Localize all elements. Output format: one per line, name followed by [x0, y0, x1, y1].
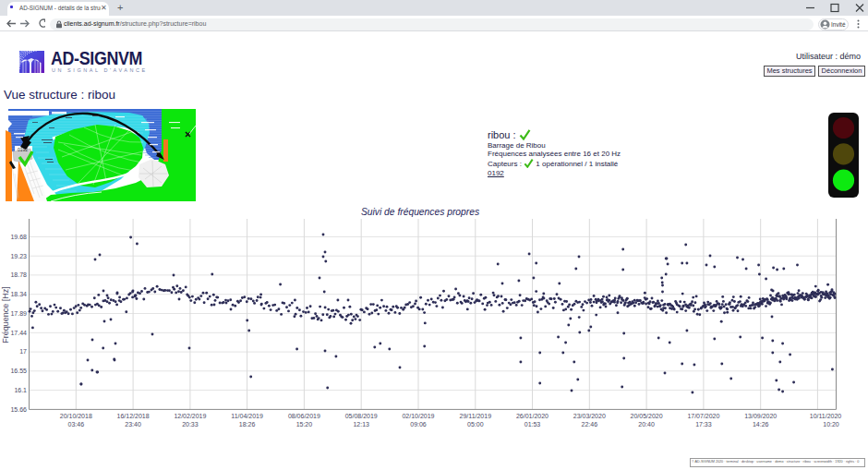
svg-text:18:26: 18:26	[239, 421, 256, 428]
svg-text:14:26: 14:26	[753, 421, 769, 428]
svg-text:20:40: 20:40	[638, 421, 655, 428]
svg-text:05/08/2019: 05/08/2019	[345, 413, 378, 419]
svg-text:17: 17	[19, 348, 27, 355]
svg-text:10:20: 10:20	[823, 421, 839, 428]
svg-text:01:53: 01:53	[524, 421, 541, 428]
svg-text:17:33: 17:33	[695, 421, 712, 428]
svg-text:20/10/2018: 20/10/2018	[60, 413, 92, 419]
svg-text:19.68: 19.68	[10, 234, 27, 240]
svg-text:13/09/2020: 13/09/2020	[744, 413, 777, 419]
svg-text:19.23: 19.23	[10, 253, 27, 259]
svg-text:12:13: 12:13	[353, 421, 369, 428]
svg-text:16.1: 16.1	[14, 387, 27, 393]
svg-text:23/03/2020: 23/03/2020	[573, 413, 606, 419]
svg-text:Suivi de fréquences propres: Suivi de fréquences propres	[361, 207, 479, 217]
svg-text:18.78: 18.78	[10, 271, 27, 278]
svg-text:17.89: 17.89	[10, 310, 27, 317]
svg-text:16.55: 16.55	[10, 368, 27, 374]
svg-text:05:00: 05:00	[467, 421, 484, 428]
svg-text:09:06: 09:06	[410, 421, 427, 428]
svg-text:18.34: 18.34	[10, 291, 27, 297]
svg-text:12/02/2019: 12/02/2019	[174, 413, 206, 419]
svg-text:23:40: 23:40	[125, 421, 141, 428]
svg-text:20/05/2020: 20/05/2020	[631, 413, 663, 419]
svg-text:29/11/2019: 29/11/2019	[460, 413, 492, 419]
svg-text:15.66: 15.66	[10, 406, 27, 413]
svg-text:02/10/2019: 02/10/2019	[402, 413, 434, 419]
svg-text:26/01/2020: 26/01/2020	[516, 413, 549, 419]
svg-text:17.44: 17.44	[10, 330, 27, 336]
svg-text:20:33: 20:33	[182, 421, 199, 428]
svg-text:03:46: 03:46	[68, 421, 85, 428]
svg-text:16/12/2018: 16/12/2018	[117, 413, 150, 419]
svg-text:Fréquence [Hz]: Fréquence [Hz]	[1, 286, 10, 343]
svg-text:22:46: 22:46	[582, 421, 598, 428]
svg-text:08/06/2019: 08/06/2019	[288, 413, 320, 419]
svg-text:15:20: 15:20	[296, 421, 313, 428]
svg-text:11/04/2019: 11/04/2019	[231, 413, 263, 419]
svg-text:10/11/2020: 10/11/2020	[810, 413, 842, 419]
svg-text:17/07/2020: 17/07/2020	[687, 413, 719, 419]
